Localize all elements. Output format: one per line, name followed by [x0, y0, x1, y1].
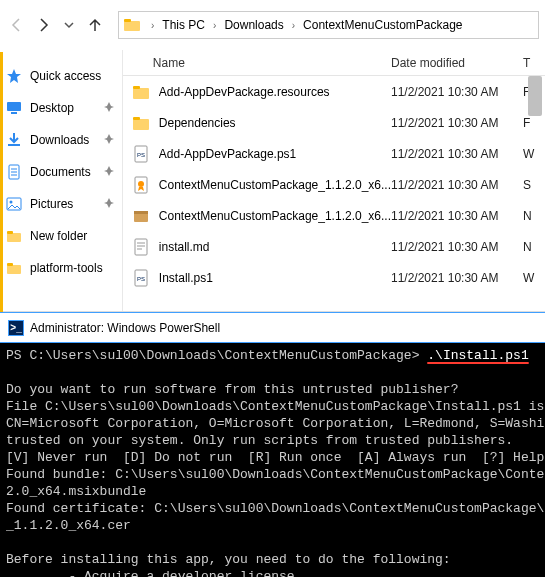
- file-date: 11/2/2021 10:30 AM: [391, 271, 523, 285]
- file-type: S: [523, 178, 545, 192]
- sidebar-item-label: New folder: [30, 229, 87, 243]
- pin-icon: [104, 133, 114, 147]
- file-type: F: [523, 116, 545, 130]
- pin-icon: [104, 101, 114, 115]
- svg-rect-4: [11, 112, 17, 114]
- sidebar-item-downloads[interactable]: Downloads: [0, 128, 122, 152]
- file-row[interactable]: Dependencies11/2/2021 10:30 AMF: [123, 107, 545, 138]
- up-button[interactable]: [84, 11, 106, 39]
- terminal-title-bar: >_ Administrator: Windows PowerShell: [0, 312, 545, 343]
- command: .\Install.ps1: [427, 348, 528, 363]
- sidebar-item-label: Quick access: [30, 69, 101, 83]
- file-name: Add-AppDevPackage.resources: [159, 85, 391, 99]
- file-name: ContextMenuCustomPackage_1.1.2.0_x6...: [159, 178, 391, 192]
- folder-icon: [131, 113, 151, 133]
- sidebar-item-label: Downloads: [30, 133, 89, 147]
- column-headers: Name Date modified T: [123, 50, 545, 76]
- scrollbar-thumb[interactable]: [528, 76, 542, 116]
- back-button[interactable]: [6, 11, 28, 39]
- chevron-right-icon[interactable]: ›: [149, 20, 156, 31]
- svg-rect-26: [135, 239, 147, 255]
- file-view: Name Date modified T Add-AppDevPackage.r…: [123, 50, 545, 311]
- svg-rect-25: [134, 211, 148, 214]
- sidebar-item-label: platform-tools: [30, 261, 103, 275]
- file-list: Add-AppDevPackage.resources11/2/2021 10:…: [123, 76, 545, 311]
- file-name: install.md: [159, 240, 391, 254]
- svg-rect-3: [7, 102, 21, 111]
- file-name: Add-AppDevPackage.ps1: [159, 147, 391, 161]
- navigation-toolbar: › This PC › Downloads › ContextMenuCusto…: [0, 0, 545, 50]
- ps1-icon: PS: [131, 268, 151, 288]
- sidebar-item-quick-access[interactable]: Quick access: [0, 64, 122, 88]
- file-row[interactable]: Add-AppDevPackage.resources11/2/2021 10:…: [123, 76, 545, 107]
- star-icon: [6, 68, 22, 84]
- svg-marker-2: [7, 69, 21, 83]
- address-bar[interactable]: › This PC › Downloads › ContextMenuCusto…: [118, 11, 539, 39]
- svg-rect-0: [124, 21, 140, 31]
- download-icon: [6, 132, 22, 148]
- terminal-title: Administrator: Windows PowerShell: [30, 321, 220, 335]
- sidebar-item-label: Desktop: [30, 101, 74, 115]
- terminal-body[interactable]: PS C:\Users\sul00\Downloads\ContextMenuC…: [0, 343, 545, 577]
- ps1-icon: PS: [131, 144, 151, 164]
- navigation-pane: Quick accessDesktopDownloadsDocumentsPic…: [0, 50, 123, 311]
- file-name: Dependencies: [159, 116, 391, 130]
- crumb-folder[interactable]: ContextMenuCustomPackage: [299, 16, 466, 34]
- svg-rect-5: [8, 144, 20, 146]
- file-date: 11/2/2021 10:30 AM: [391, 85, 523, 99]
- sidebar-item-pictures[interactable]: Pictures: [0, 192, 122, 216]
- crumb-this-pc[interactable]: This PC: [158, 16, 209, 34]
- column-date[interactable]: Date modified: [391, 56, 523, 70]
- file-date: 11/2/2021 10:30 AM: [391, 147, 523, 161]
- file-name: ContextMenuCustomPackage_1.1.2.0_x6...: [159, 209, 391, 223]
- file-type: N: [523, 209, 545, 223]
- svg-rect-14: [7, 265, 21, 274]
- pin-icon: [104, 197, 114, 211]
- md-icon: [131, 237, 151, 257]
- chevron-right-icon[interactable]: ›: [211, 20, 218, 31]
- file-type: N: [523, 240, 545, 254]
- sidebar-item-new-folder[interactable]: New folder: [0, 224, 122, 248]
- powershell-icon: >_: [8, 320, 24, 336]
- folder-icon: [131, 82, 151, 102]
- svg-rect-19: [133, 117, 140, 120]
- pic-icon: [6, 196, 22, 212]
- chevron-right-icon[interactable]: ›: [290, 20, 297, 31]
- desktop-icon: [6, 100, 22, 116]
- svg-rect-1: [124, 19, 131, 22]
- file-type: W: [523, 147, 545, 161]
- svg-rect-13: [7, 231, 13, 234]
- column-type[interactable]: T: [523, 56, 545, 70]
- file-date: 11/2/2021 10:30 AM: [391, 240, 523, 254]
- forward-button[interactable]: [32, 11, 54, 39]
- sidebar-item-documents[interactable]: Documents: [0, 160, 122, 184]
- file-row[interactable]: ContextMenuCustomPackage_1.1.2.0_x6...11…: [123, 169, 545, 200]
- file-row[interactable]: ContextMenuCustomPackage_1.1.2.0_x6...11…: [123, 200, 545, 231]
- file-date: 11/2/2021 10:30 AM: [391, 116, 523, 130]
- bundle-icon: [131, 206, 151, 226]
- file-row[interactable]: PSAdd-AppDevPackage.ps111/2/2021 10:30 A…: [123, 138, 545, 169]
- file-row[interactable]: PSInstall.ps111/2/2021 10:30 AMW: [123, 262, 545, 293]
- file-name: Install.ps1: [159, 271, 391, 285]
- crumb-downloads[interactable]: Downloads: [220, 16, 287, 34]
- sidebar-item-label: Pictures: [30, 197, 73, 211]
- file-explorer: › This PC › Downloads › ContextMenuCusto…: [0, 0, 545, 312]
- file-row[interactable]: install.md11/2/2021 10:30 AMN: [123, 231, 545, 262]
- svg-rect-15: [7, 263, 13, 266]
- recent-dropdown[interactable]: [58, 11, 80, 39]
- file-date: 11/2/2021 10:30 AM: [391, 178, 523, 192]
- svg-point-23: [138, 181, 144, 187]
- pin-icon: [104, 165, 114, 179]
- sidebar-item-desktop[interactable]: Desktop: [0, 96, 122, 120]
- column-name[interactable]: Name: [153, 56, 391, 70]
- svg-point-11: [10, 201, 13, 204]
- svg-rect-17: [133, 86, 140, 89]
- folder-icon: [6, 260, 22, 276]
- file-date: 11/2/2021 10:30 AM: [391, 209, 523, 223]
- svg-text:PS: PS: [137, 276, 145, 282]
- svg-text:PS: PS: [137, 152, 145, 158]
- file-type: W: [523, 271, 545, 285]
- sidebar-item-platform-tools[interactable]: platform-tools: [0, 256, 122, 280]
- folder-icon: [123, 16, 141, 34]
- sidebar-item-label: Documents: [30, 165, 91, 179]
